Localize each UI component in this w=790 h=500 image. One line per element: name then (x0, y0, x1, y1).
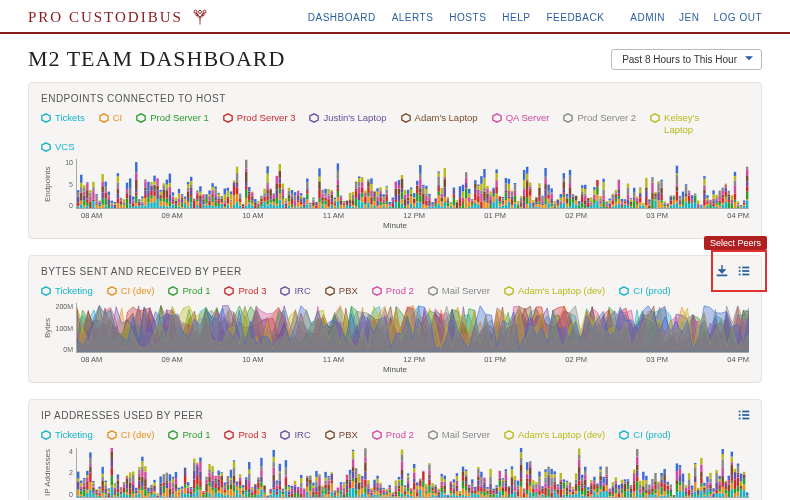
legend-item[interactable]: Prod 2 (372, 429, 414, 441)
svg-rect-925 (550, 192, 552, 193)
svg-rect-2147 (511, 466, 513, 469)
svg-rect-480 (312, 200, 314, 202)
svg-rect-101 (120, 202, 122, 205)
nav-dashboard[interactable]: DASHBOARD (308, 12, 376, 23)
legend-item[interactable]: IRC (280, 429, 310, 441)
svg-rect-1963 (422, 487, 424, 497)
svg-marker-18 (651, 114, 659, 122)
legend-item[interactable]: Prod Server 2 (563, 112, 636, 137)
legend-item[interactable]: CI (prod) (619, 285, 670, 297)
svg-rect-651 (404, 199, 406, 205)
svg-rect-1184 (703, 199, 705, 205)
nav-user[interactable]: JEN (679, 12, 699, 23)
svg-point-9 (202, 14, 204, 16)
svg-rect-1798 (337, 487, 339, 490)
legend-item[interactable]: CI (dev) (107, 429, 155, 441)
svg-rect-746 (456, 200, 458, 201)
svg-rect-773 (474, 203, 476, 208)
time-range-select[interactable]: Past 8 Hours to This Hour (611, 49, 762, 70)
svg-rect-607 (379, 191, 381, 193)
legend-item[interactable]: Mail Server (428, 429, 490, 441)
legend-item[interactable]: PBX (325, 429, 358, 441)
legend-item[interactable]: CI (prod) (619, 429, 670, 441)
svg-rect-948 (563, 179, 565, 183)
svg-rect-1407 (123, 484, 125, 487)
svg-rect-1825 (352, 471, 354, 478)
legend-item[interactable]: Prod 1 (168, 285, 210, 297)
x-tick: 11 AM (323, 211, 344, 220)
svg-rect-288 (214, 190, 216, 194)
svg-marker-1280 (326, 287, 334, 295)
svg-rect-1487 (169, 489, 171, 496)
legend-item[interactable]: CI (dev) (107, 285, 155, 297)
legend-item[interactable]: Ticketing (41, 429, 93, 441)
svg-rect-1095 (648, 206, 650, 208)
legend-item[interactable]: Mail Server (428, 285, 490, 297)
svg-rect-2055 (465, 474, 467, 476)
legend-item[interactable]: Adam's Laptop (dev) (504, 285, 605, 297)
legend-item[interactable]: Prod 2 (372, 285, 414, 297)
svg-rect-2378 (630, 485, 632, 486)
svg-rect-928 (553, 206, 555, 207)
nav-help[interactable]: HELP (502, 12, 530, 23)
nav-feedback[interactable]: FEEDBACK (546, 12, 604, 23)
legend-item[interactable]: Justin's Laptop (309, 112, 386, 137)
legend-item[interactable]: Prod 3 (224, 285, 266, 297)
legend-item[interactable]: PBX (325, 285, 358, 297)
download-icon[interactable] (715, 264, 729, 278)
legend-item[interactable]: Prod Server 3 (223, 112, 296, 137)
brand[interactable]: PRO CUSTODIBUS (28, 8, 209, 26)
svg-rect-2216 (547, 475, 549, 477)
svg-rect-2590 (743, 474, 745, 475)
legend-item[interactable]: Prod Server 1 (136, 112, 209, 137)
hexagon-icon (309, 113, 319, 123)
svg-rect-697 (428, 203, 430, 205)
plot-area[interactable] (76, 303, 749, 353)
svg-rect-2182 (529, 467, 531, 474)
legend-item[interactable]: VCS (41, 141, 75, 153)
list-icon[interactable] (737, 408, 751, 422)
svg-rect-1053 (624, 203, 626, 204)
svg-rect-652 (404, 195, 406, 200)
legend-item[interactable]: Adam's Laptop (dev) (504, 429, 605, 441)
plot-area[interactable] (76, 159, 749, 209)
svg-rect-1562 (208, 464, 210, 469)
legend-item[interactable]: Adam's Laptop (401, 112, 478, 137)
svg-rect-1137 (673, 204, 675, 208)
nav-admin[interactable]: ADMIN (630, 12, 665, 23)
svg-rect-558 (355, 182, 357, 189)
legend-item[interactable]: CI (99, 112, 123, 137)
legend-item[interactable]: Prod 1 (168, 429, 210, 441)
svg-rect-2128 (502, 486, 504, 488)
svg-rect-628 (392, 207, 394, 208)
nav-logout[interactable]: LOG OUT (713, 12, 762, 23)
svg-rect-1992 (434, 486, 436, 488)
svg-rect-1119 (660, 188, 662, 194)
y-tick: 0M (54, 346, 73, 353)
svg-rect-1582 (217, 470, 219, 475)
legend-item[interactable]: Kelsey's Laptop (650, 112, 730, 137)
svg-rect-2489 (694, 467, 696, 476)
svg-rect-1919 (401, 474, 403, 480)
legend-item[interactable]: Ticketing (41, 285, 93, 297)
nav-alerts[interactable]: ALERTS (392, 12, 434, 23)
svg-rect-136 (138, 202, 140, 203)
svg-rect-2256 (569, 492, 571, 495)
list-icon[interactable] (737, 264, 751, 278)
svg-rect-2230 (553, 471, 555, 474)
plot-area[interactable] (76, 448, 749, 498)
legend-item[interactable]: Tickets (41, 112, 85, 137)
svg-rect-2366 (624, 481, 626, 484)
svg-rect-1072 (633, 197, 635, 198)
nav-hosts[interactable]: HOSTS (449, 12, 486, 23)
svg-rect-2077 (477, 492, 479, 495)
legend-item[interactable]: Prod 3 (224, 429, 266, 441)
svg-rect-608 (379, 187, 381, 191)
svg-rect-511 (331, 206, 333, 208)
svg-rect-2442 (667, 489, 669, 494)
svg-rect-1212 (715, 195, 717, 198)
svg-marker-1298 (429, 431, 437, 439)
legend-item[interactable]: QA Server (492, 112, 550, 137)
svg-rect-1469 (153, 482, 155, 485)
legend-item[interactable]: IRC (280, 285, 310, 297)
